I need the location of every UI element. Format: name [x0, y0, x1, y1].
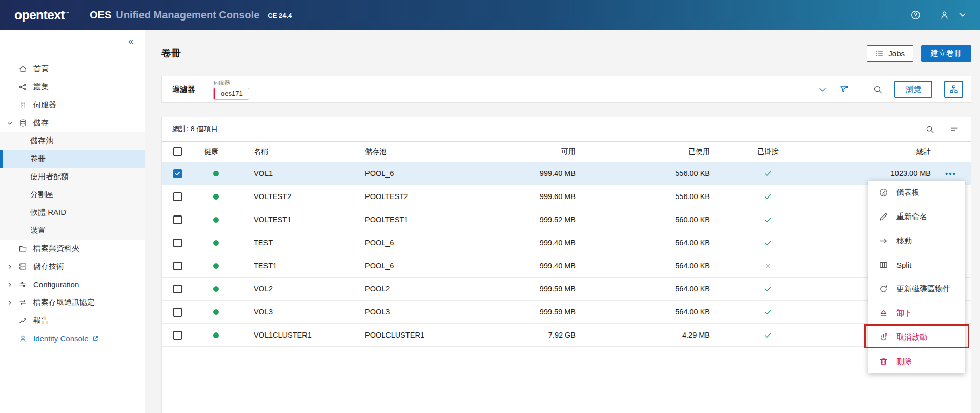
context-menu-item-delete[interactable]: 刪除: [868, 349, 965, 373]
volume-available: 999.40 MB: [486, 262, 576, 270]
chevron-right-icon[interactable]: [7, 300, 18, 306]
column-header-name[interactable]: 名稱: [244, 147, 355, 156]
table-row[interactable]: VOL2POOL2999.59 MB564.00 KB: [162, 278, 971, 301]
sidebar-item-identity-console[interactable]: Identity Console: [0, 329, 145, 347]
context-menu-item-rename[interactable]: 重新命名: [868, 205, 965, 229]
row-checkbox[interactable]: [173, 285, 182, 293]
split-icon: [879, 260, 888, 270]
sidebar-item-storage-pools[interactable]: 儲存池: [0, 132, 145, 150]
context-menu-item-label: 取消啟動: [896, 332, 927, 342]
app-header: opentext™ OES Unified Management Console…: [0, 0, 980, 30]
sidebar-item-reports[interactable]: 報告: [0, 311, 145, 329]
table-search-icon[interactable]: [925, 125, 934, 134]
column-header-mounted[interactable]: 已掛接: [710, 147, 826, 156]
move-icon: [879, 236, 888, 246]
row-checkbox[interactable]: [173, 169, 182, 178]
sidebar-item-servers[interactable]: 伺服器: [0, 96, 145, 114]
volume-pool: POOL2: [355, 285, 486, 293]
volume-pool: POOL_6: [355, 262, 486, 270]
sidebar-item-devices[interactable]: 裝置: [0, 222, 145, 240]
table-row[interactable]: TEST1POOL_6999.40 MB564.00 KB: [162, 254, 971, 278]
health-status-dot: [213, 217, 219, 223]
row-checkbox[interactable]: [173, 239, 182, 247]
volume-used: 560.00 KB: [576, 215, 710, 224]
sidebar-item-clusters[interactable]: 叢集: [0, 78, 145, 96]
row-actions-ellipsis-button[interactable]: •••: [945, 169, 956, 178]
cluster-icon: [18, 83, 33, 91]
volumes-table: 總計: 8 個項目 健康 名稱 儲存池 可用 已使用 已掛接 總計 VOL1PO…: [161, 117, 971, 413]
sidebar-item-configuration[interactable]: Configuration: [0, 276, 145, 293]
tree-view-button[interactable]: [944, 81, 963, 98]
sidebar-item-label: 裝置: [30, 226, 46, 235]
volume-used: 564.00 KB: [576, 239, 710, 247]
sidebar-item-file-access-protocols[interactable]: 檔案存取通訊協定: [0, 293, 145, 311]
header-divider: [930, 9, 930, 21]
context-menu-item-label: 儀表板: [896, 188, 920, 198]
column-header-health[interactable]: 健康: [194, 147, 244, 156]
column-header-total[interactable]: 總計: [826, 147, 931, 156]
context-menu-item-dismount[interactable]: 卸下: [868, 301, 965, 325]
context-menu-item-label: 移動: [896, 236, 912, 246]
column-header-used[interactable]: 已使用: [576, 147, 710, 156]
volume-used: 564.00 KB: [576, 262, 710, 270]
table-row[interactable]: VOL3POOL3999.59 MB564.00 KB: [162, 301, 971, 324]
chevron-right-icon[interactable]: [7, 264, 18, 270]
health-status-dot: [213, 240, 219, 246]
volume-name: TEST: [244, 239, 355, 247]
sidebar-item-user-quotas[interactable]: 使用者配額: [0, 168, 145, 186]
rename-icon: [879, 212, 888, 222]
sidebar-item-label: Configuration: [33, 280, 79, 289]
search-icon[interactable]: [873, 85, 883, 94]
context-menu-item-update-volume-object[interactable]: 更新磁碟區物件: [868, 277, 965, 301]
table-row[interactable]: VOL1CLUSTER1POOLCLUSTER17.92 GB4.29 MB: [162, 324, 971, 347]
chevron-right-icon[interactable]: [7, 282, 18, 288]
row-checkbox[interactable]: [173, 262, 182, 270]
table-row[interactable]: TESTPOOL_6999.40 MB564.00 KB: [162, 231, 971, 254]
volume-name: TEST1: [244, 262, 355, 270]
sidebar-item-files-folders[interactable]: 檔案與資料夾: [0, 240, 145, 258]
table-row[interactable]: VOLTEST1POOLTEST1999.52 MB560.00 KB: [162, 208, 971, 231]
row-checkbox[interactable]: [173, 192, 182, 201]
context-menu-item-move[interactable]: 移動: [868, 229, 965, 253]
context-menu-item-split[interactable]: Split: [868, 253, 965, 277]
storage-icon: [18, 119, 33, 127]
sidebar-collapse-button[interactable]: «: [128, 36, 133, 47]
clear-filter-icon[interactable]: [839, 85, 849, 94]
sidebar-item-storage-tech[interactable]: 儲存技術: [0, 258, 145, 276]
chevron-down-icon[interactable]: [7, 120, 18, 126]
filter-divider: [861, 82, 861, 97]
health-status-dot: [213, 263, 219, 269]
deactivate-icon: [879, 332, 888, 342]
volume-available: 999.59 MB: [486, 285, 576, 293]
context-menu-item-label: Split: [896, 261, 911, 269]
table-summary: 總計: 8 個項目: [172, 125, 218, 134]
row-checkbox[interactable]: [173, 331, 182, 340]
jobs-button[interactable]: Jobs: [867, 45, 913, 62]
sidebar-item-volumes[interactable]: 卷冊: [0, 150, 145, 168]
select-all-checkbox[interactable]: [173, 147, 182, 156]
column-header-available[interactable]: 可用: [486, 147, 576, 156]
table-row[interactable]: VOLTEST2POOLTEST2999.60 MB556.00 KB: [162, 185, 971, 208]
create-volume-button[interactable]: 建立卷冊: [921, 45, 971, 62]
context-menu-item-dashboard[interactable]: 儀表板: [868, 181, 965, 205]
help-icon[interactable]: [910, 10, 921, 21]
sidebar-item-software-raid[interactable]: 軟體 RAID: [0, 204, 145, 222]
product-abbrev: OES: [90, 9, 111, 21]
row-checkbox[interactable]: [173, 215, 182, 224]
account-chevron-down-icon[interactable]: [958, 11, 967, 19]
server-filter-chip[interactable]: oes171: [213, 88, 249, 100]
sidebar-item-storage[interactable]: 儲存: [0, 114, 145, 132]
browse-button[interactable]: 瀏覽: [894, 81, 932, 98]
volume-pool: POOL_6: [355, 239, 486, 247]
row-checkbox[interactable]: [173, 308, 182, 317]
eject-icon: [879, 308, 888, 318]
table-row[interactable]: VOL1POOL_6999.40 MB556.00 KB1023.00 MB••…: [162, 162, 971, 185]
sidebar-item-home[interactable]: 首頁: [0, 60, 145, 78]
filter-expand-chevron-icon[interactable]: [818, 85, 827, 94]
context-menu-item-deactivate[interactable]: 取消啟動: [868, 325, 965, 349]
sidebar-item-partitions[interactable]: 分割區: [0, 186, 145, 204]
user-account-icon[interactable]: [939, 10, 950, 21]
volume-pool: POOLTEST2: [355, 192, 486, 201]
column-header-pool[interactable]: 儲存池: [355, 147, 486, 156]
table-settings-icon[interactable]: [950, 125, 959, 134]
